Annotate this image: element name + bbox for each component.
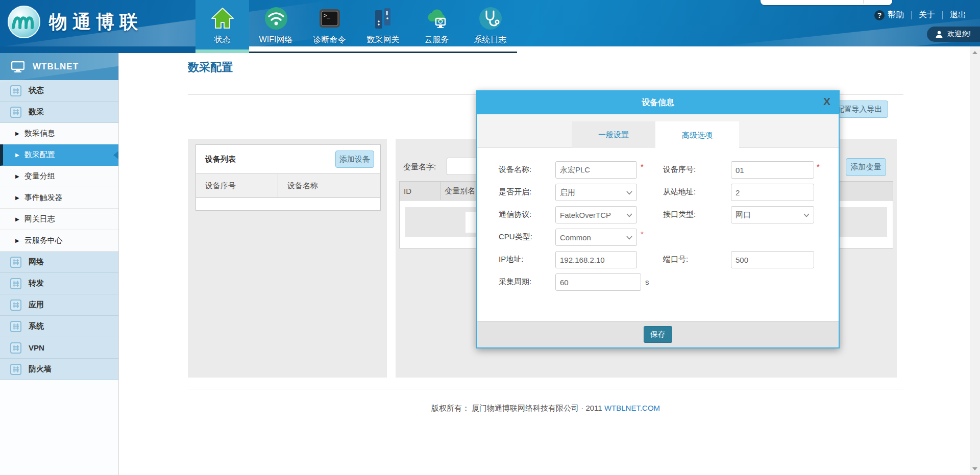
slave-address-input[interactable]	[731, 184, 814, 201]
welcome-text: 欢迎您!	[947, 30, 971, 39]
modal-footer: 保存	[477, 321, 839, 347]
sidebar-item-cloud-center[interactable]: ▶ 云服务中心	[0, 230, 118, 252]
field-label-poll-period: 采集周期:	[499, 277, 531, 287]
field-label-device-serial: 设备序号:	[663, 165, 696, 174]
add-variable-button[interactable]: 添加变量	[846, 158, 886, 176]
tab-general-settings[interactable]: 一般设置	[572, 121, 655, 148]
grid-icon	[10, 107, 21, 118]
grid-icon	[10, 364, 21, 375]
divider	[188, 389, 903, 389]
sidebar-item-dc-info[interactable]: ▶ 数采信息	[0, 123, 118, 144]
grid-icon	[10, 342, 21, 354]
sidebar-item-firewall[interactable]: 防火墙	[0, 359, 118, 380]
sidebar-header: WTBLNET	[0, 53, 118, 80]
sidebar-item-gateway-log[interactable]: ▶ 网关日志	[0, 209, 118, 230]
modal-form: 设备名称: * 设备序号: * 是否开启: 启用 从站地址: 通信协议:	[477, 148, 839, 321]
caret-right-icon: ▶	[15, 131, 19, 136]
device-panel: 设备列表 添加设备 设备序号 设备名称	[188, 139, 387, 378]
app-window: 物通博联 ? 帮助 关于 退出 欢迎您! 状态	[0, 0, 980, 475]
main-nav: 状态 WIFI网络 >_ 诊断命令	[195, 0, 517, 53]
logout-link[interactable]: 退出	[950, 10, 966, 20]
about-link[interactable]: 关于	[919, 10, 935, 20]
add-device-button[interactable]: 添加设备	[335, 151, 374, 168]
ip-address-input[interactable]	[555, 251, 637, 268]
browser-autofill-remnant	[761, 0, 892, 5]
caret-right-icon: ▶	[15, 216, 19, 222]
welcome-badge[interactable]: 欢迎您!	[927, 27, 980, 42]
close-icon[interactable]: X	[823, 95, 830, 108]
page-title: 数采配置	[188, 60, 233, 75]
nav-item-status[interactable]: 状态	[195, 0, 249, 52]
grid-icon	[10, 321, 21, 332]
nav-item-gateway[interactable]: 数采网关	[356, 0, 410, 52]
sidebar-item-data-collection[interactable]: 数采	[0, 102, 118, 123]
nav-item-syslog[interactable]: 系统日志	[463, 0, 517, 52]
caret-right-icon: ▶	[15, 238, 19, 243]
required-asterisk: *	[817, 162, 820, 171]
device-serial-input[interactable]	[731, 161, 814, 179]
required-asterisk: *	[641, 162, 644, 171]
interface-type-select[interactable]: 网口	[731, 206, 814, 223]
divider	[942, 11, 943, 19]
nav-item-wifi[interactable]: WIFI网络	[249, 0, 303, 52]
topbar-extension	[0, 46, 195, 53]
field-label-slave-address: 从站地址:	[663, 187, 696, 197]
grid-icon	[10, 85, 21, 96]
sidebar-item-forwarding[interactable]: 转发	[0, 273, 118, 294]
grid-icon	[10, 257, 21, 268]
port-input[interactable]	[731, 251, 814, 268]
required-asterisk: *	[641, 230, 644, 238]
device-info-modal: 设备信息 X 一般设置 高级选项 设备名称: * 设备序号: * 是否开启: 启…	[476, 90, 840, 348]
save-button[interactable]: 保存	[644, 326, 672, 343]
monitor-icon	[11, 61, 24, 72]
field-label-interface-type: 接口类型:	[663, 210, 696, 219]
variable-col-id: ID	[400, 182, 440, 200]
tab-advanced-options[interactable]: 高级选项	[655, 121, 739, 149]
device-name-input[interactable]	[555, 161, 637, 179]
home-icon	[210, 6, 235, 31]
sidebar-title: WTBLNET	[33, 62, 79, 72]
terminal-icon: >_	[317, 6, 342, 31]
device-col-serial: 设备序号	[196, 174, 278, 197]
field-label-protocol: 通信协议:	[499, 210, 531, 219]
wifi-icon	[264, 6, 288, 31]
nav-item-diagnostic[interactable]: >_ 诊断命令	[303, 0, 356, 52]
caret-right-icon: ▶	[15, 195, 19, 201]
chevron-down-icon	[626, 191, 632, 195]
sidebar-item-dc-config[interactable]: ▶ 数采配置	[0, 144, 118, 166]
cpu-type-select[interactable]: Common	[555, 229, 637, 246]
device-col-name: 设备名称	[278, 174, 318, 197]
sidebar-item-event-trigger[interactable]: ▶ 事件触发器	[0, 187, 118, 209]
sidebar-item-system[interactable]: 系统	[0, 316, 118, 337]
help-link[interactable]: 帮助	[888, 10, 904, 20]
sidebar-item-application[interactable]: 应用	[0, 294, 118, 316]
brand-area: 物通博联	[7, 5, 143, 39]
browser-scrollbar[interactable]	[970, 46, 980, 475]
seconds-unit-label: s	[645, 278, 649, 286]
scroll-down-icon[interactable]	[972, 467, 977, 470]
user-icon	[935, 30, 943, 38]
footer-link[interactable]: WTBLNET.COM	[604, 404, 660, 412]
caret-right-icon: ▶	[15, 152, 19, 158]
sidebar-item-network[interactable]: 网络	[0, 252, 118, 273]
nav-item-cloud[interactable]: 云服务	[410, 0, 463, 52]
scroll-up-icon[interactable]	[972, 51, 977, 54]
sidebar-item-status[interactable]: 状态	[0, 80, 118, 102]
sidebar-item-vpn[interactable]: VPN	[0, 337, 118, 359]
cloud-icon	[425, 6, 449, 31]
field-label-device-name: 设备名称:	[499, 165, 531, 174]
variable-search-label: 变量名字:	[403, 162, 436, 172]
field-label-enabled: 是否开启:	[499, 187, 531, 197]
caret-right-icon: ▶	[15, 173, 19, 179]
help-icon[interactable]: ?	[874, 10, 885, 20]
modal-title: 设备信息	[642, 97, 674, 108]
sidebar-item-variable-group[interactable]: ▶ 变量分组	[0, 166, 118, 187]
divider	[911, 11, 912, 19]
grid-icon	[10, 299, 21, 311]
protocol-select[interactable]: FatekOverTCP	[555, 206, 637, 223]
chevron-down-icon	[626, 213, 632, 217]
modal-header: 设备信息 X	[477, 91, 839, 114]
enabled-select[interactable]: 启用	[555, 184, 637, 201]
poll-period-input[interactable]	[555, 273, 641, 291]
device-table-empty-row	[196, 198, 380, 210]
